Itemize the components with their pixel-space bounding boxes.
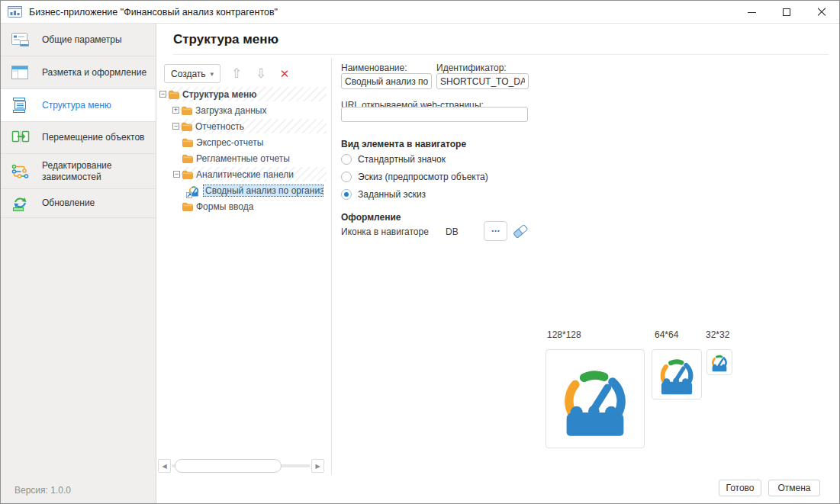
tree-row-menu-structure[interactable]: − Структура меню xyxy=(157,86,331,102)
version-label: Версия: 1.0.0 xyxy=(14,485,71,496)
tree-item-label[interactable]: Регламентные отчеты xyxy=(196,153,290,164)
tree-expander[interactable]: + xyxy=(172,107,179,114)
tree-row-express-reports[interactable]: Экспрес-отчеты xyxy=(157,134,331,150)
sidebar-item-label: Обновление xyxy=(42,197,95,209)
eraser-icon[interactable] xyxy=(512,223,529,242)
folder-icon xyxy=(182,154,193,163)
preview-image-64 xyxy=(652,349,702,400)
window-title: Бизнес-приложение "Финансовый анализ кон… xyxy=(29,7,278,18)
maximize-button[interactable] xyxy=(769,1,804,24)
name-label: Наименование: xyxy=(341,63,407,73)
tree-item-label[interactable]: Структура меню xyxy=(182,89,256,100)
scroll-right-button[interactable]: ▶ xyxy=(311,459,324,473)
tree-horizontal-scrollbar: ◀ ▶ xyxy=(158,459,324,473)
tree-row-reporting[interactable]: − Отчетность xyxy=(157,118,331,134)
gauge-icon xyxy=(710,352,729,372)
sidebar-item-label: Структура меню xyxy=(42,100,111,111)
shortcut-badge-icon xyxy=(186,192,192,198)
identifier-label: Идентификатор: xyxy=(436,63,507,73)
sidebar-item-label: Редактирование зависимостей xyxy=(42,160,150,183)
arrow-down-icon: ⇩ xyxy=(256,66,266,82)
gauge-icon xyxy=(555,359,635,438)
dependencies-icon xyxy=(10,163,31,180)
preview-64-label: 64*64 xyxy=(655,329,678,340)
radio-label: Заданный эскиз xyxy=(358,189,426,200)
url-input[interactable] xyxy=(341,107,528,122)
titlebar: Бизнес-приложение "Финансовый анализ кон… xyxy=(1,1,839,24)
sidebar-item-general-params[interactable]: Общие параметры xyxy=(1,24,156,56)
refresh-icon xyxy=(10,195,31,212)
page-title: Структура меню xyxy=(173,32,278,47)
folder-icon xyxy=(169,90,179,99)
general-params-icon xyxy=(10,31,31,48)
done-button[interactable]: Готово xyxy=(719,480,761,496)
sidebar: Общие параметры Разметка и оформление xyxy=(1,24,156,504)
tree-row-regulated-reports[interactable]: Регламентные отчеты xyxy=(157,150,331,166)
scrollbar-thumb[interactable] xyxy=(175,459,282,473)
tree-item-label[interactable]: Загрузка данных xyxy=(195,105,266,116)
tree-expander[interactable]: − xyxy=(159,91,166,98)
chevron-down-icon: ▾ xyxy=(210,70,214,78)
folder-icon xyxy=(182,202,193,211)
sidebar-item-edit-dependencies[interactable]: Редактирование зависимостей xyxy=(1,154,156,189)
close-icon xyxy=(817,8,826,17)
maximize-icon xyxy=(783,8,790,16)
dashboard-shortcut-icon xyxy=(188,185,200,197)
tree-expander[interactable]: − xyxy=(173,171,180,178)
preview-image-128 xyxy=(546,349,645,448)
menu-tree: − Структура меню + Загрузка данных − Отч… xyxy=(157,83,331,457)
arrow-up-icon: ⇧ xyxy=(231,66,242,82)
navigator-icon-label: Иконка в навигаторе xyxy=(341,226,429,237)
browse-button[interactable]: … xyxy=(484,221,507,241)
app-icon xyxy=(8,6,22,18)
cancel-button[interactable]: Отмена xyxy=(768,480,820,496)
delete-button[interactable]: ✕ xyxy=(275,64,294,83)
preview-image-32 xyxy=(706,349,732,375)
sidebar-item-label: Разметка и оформление xyxy=(42,67,146,79)
create-button-label: Создать xyxy=(171,69,206,79)
panel-splitter[interactable] xyxy=(331,58,332,475)
move-up-button[interactable]: ⇧ xyxy=(227,64,246,83)
folder-icon xyxy=(182,138,193,147)
sidebar-item-move-objects[interactable]: Перемещение объектов xyxy=(1,122,156,154)
radio-custom-thumbnail[interactable]: Заданный эскиз xyxy=(341,189,426,200)
tree-row-input-forms[interactable]: Формы ввода xyxy=(157,198,331,214)
sidebar-item-label: Общие параметры xyxy=(42,34,122,46)
radio-button-icon xyxy=(341,172,352,182)
folder-icon xyxy=(182,170,193,179)
radio-button-selected-icon xyxy=(341,189,352,200)
gauge-icon xyxy=(655,353,698,396)
folder-icon xyxy=(182,106,192,115)
navigator-icon-value: DB xyxy=(446,226,459,237)
radio-label: Эскиз (предпросмотр объекта) xyxy=(358,172,488,182)
tree-item-label[interactable]: Формы ввода xyxy=(196,201,253,212)
move-down-button[interactable]: ⇩ xyxy=(252,64,270,83)
sidebar-item-layout-design[interactable]: Разметка и оформление xyxy=(1,56,156,89)
scroll-left-button[interactable]: ◀ xyxy=(158,459,171,473)
minimize-button[interactable] xyxy=(734,1,769,24)
title-divider xyxy=(173,54,829,55)
tree-row-summary-analysis[interactable]: Сводный анализ по организа xyxy=(157,182,331,198)
delete-icon: ✕ xyxy=(280,67,290,81)
tree-item-label[interactable]: Аналитические панели xyxy=(196,169,294,180)
create-button[interactable]: Создать ▾ xyxy=(164,64,220,83)
tree-item-label-selected[interactable]: Сводный анализ по организа xyxy=(203,185,323,197)
app-window: Бизнес-приложение "Финансовый анализ кон… xyxy=(0,0,840,504)
menu-structure-icon xyxy=(10,97,31,114)
close-button[interactable] xyxy=(804,1,839,24)
identifier-input[interactable] xyxy=(436,73,529,89)
folder-icon xyxy=(182,122,192,131)
radio-standard-icon[interactable]: Стандартный значок xyxy=(341,154,446,165)
tree-expander[interactable]: − xyxy=(172,123,179,130)
radio-preview-thumbnail[interactable]: Эскиз (предпросмотр объекта) xyxy=(341,172,488,182)
radio-button-icon xyxy=(341,154,352,165)
tree-row-analytic-panels[interactable]: − Аналитические панели xyxy=(157,166,331,182)
view-section-title: Вид элемента в навигаторе xyxy=(341,139,466,149)
tree-row-data-load[interactable]: + Загрузка данных xyxy=(157,102,331,118)
sidebar-item-menu-structure[interactable]: Структура меню xyxy=(1,89,156,122)
name-input[interactable] xyxy=(341,73,432,89)
scroll-left-icon: ◀ xyxy=(162,463,166,470)
tree-item-label[interactable]: Отчетность xyxy=(195,121,244,132)
sidebar-item-update[interactable]: Обновление xyxy=(1,189,156,218)
tree-item-label[interactable]: Экспрес-отчеты xyxy=(196,137,263,148)
